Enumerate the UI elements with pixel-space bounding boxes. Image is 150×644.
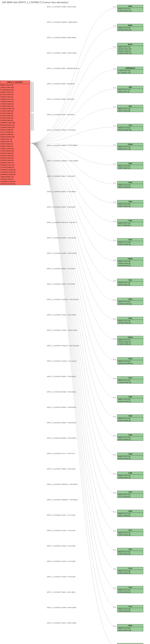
ref-table-header: TVKS (117, 358, 143, 360)
cardinality-right: 0..N (113, 87, 116, 88)
relation-label: DPWTY_S_CONTRACT-WAERKX = TCURC-WAERS (47, 160, 78, 162)
ref-table-header: TVKO (117, 317, 143, 320)
ref-field: MANDT [CLNT (3)] (117, 570, 143, 572)
cardinality-left: {0,1} (31, 125, 34, 126)
relation-label: DPWTY_S_CONTRACT-PRODH = T179-PRODH (47, 129, 76, 131)
ref-field: MATKL [CHAR (9)] (117, 110, 143, 112)
ref-table-header: TVBVK (117, 258, 143, 260)
cardinality-right: 0..N (113, 358, 116, 360)
cardinality-left: {0,1} (31, 109, 34, 110)
relation-label: DPWTY_S_CONTRACT-CHARG = MCHA-CHARG (47, 52, 77, 54)
cardinality-right: 0..N (113, 435, 116, 436)
ref-table: TVAUMANDT [CLNT (3)]AUGRU [CHAR (3)] (117, 238, 143, 246)
relation-label: DPWTY_S_CONTRACT-PSTYV = TVPT-PSTYV (47, 453, 75, 454)
relation-label: DPWTY_S_CONTRACT-FAKSK = TVFS-FAKSP (47, 268, 75, 270)
cardinality-left: {0,1} (31, 115, 34, 116)
relation-label: DPWTY_S_CONTRACT-VKGRP = TVBVK-VKGRP (47, 252, 77, 254)
relation-label: DPWTY_S_CONTRACT-MATWA = MARA-MATNR (47, 37, 76, 38)
ref-table: MCHAMANDT [CLNT (3)]MATNR [CHAR (18)]WER… (117, 43, 143, 54)
ref-table: TVBVKMANDT [CLNT (3)]VKBUR [CHAR (4)]VKG… (117, 257, 143, 266)
main-field: KVGR3 [CHAR (3)] (0, 114, 30, 117)
ref-field: MANDT [CLNT (3)] (117, 203, 143, 205)
relation-label: DPWTY_S_CONTRACT-ZIEME = T006-MSEHI (47, 98, 75, 100)
cardinality-left: {0,1} (31, 104, 34, 105)
main-field: KVGR5 [CHAR (3)] (0, 119, 30, 122)
main-field: MATWA [CHAR (18)] (0, 124, 30, 126)
ref-field: SPART [CHAR (2)] (117, 167, 143, 169)
main-field: FAKSK [CHAR (2)] (0, 96, 30, 98)
relation-label: DPWTY_S_CONTRACT-VAKTSCH = TVAS-AKTVT (47, 222, 77, 223)
ref-field: WI_ID [NUMC (12)] (117, 72, 143, 74)
relation-label: DPWTY_S_CONTRACT-VGPOS = VBUP-POSNR (47, 622, 76, 624)
ref-field: MANDT [CLNT (3)] (117, 46, 143, 48)
ref-table: T023MANDT [CLNT (3)]MATKL [CHAR (9)] (117, 105, 143, 112)
main-field: PRODH [CHAR (18)] (0, 136, 30, 138)
ref-field: MANDT [CLNT (3)] (117, 456, 143, 458)
main-field: VTWEG [CHAR (2)] (0, 103, 30, 105)
main-field: VASDR [CHAR (2)] (0, 178, 30, 180)
main-field: WAERK [CUKY (5)] (0, 98, 30, 100)
main-field: VKUEGRU [CHAR (2)] (0, 171, 30, 173)
ref-field: MANDT [CLNT (3)] (117, 165, 143, 167)
ref-field: MVGR3 [CHAR (3)] (117, 438, 143, 440)
ref-field: VKORG [CHAR (4)] (117, 341, 143, 343)
ref-field: KVGR2 [CHAR (3)] (117, 553, 143, 555)
main-field: MANDT [CLNT (3)] (0, 84, 30, 86)
cardinality-right: 0..N (113, 549, 116, 551)
cardinality-right: 0..N (113, 568, 116, 570)
ref-field: KVGR5 [CHAR (3)] (117, 610, 143, 612)
ref-table-header: VBUK (117, 624, 143, 627)
ref-table-header: MCHA (117, 43, 143, 46)
cardinality-right: 0..N (113, 106, 116, 108)
relation-label: DPWTY_S_CONTRACT-WIMID = SWWWIHEAD-WI_ID (47, 68, 79, 69)
ref-table-header: TVAS (117, 219, 143, 222)
relation-label: DPWTY_S_CONTRACT-VTWEG = TVKOV-VTWEG (47, 330, 77, 331)
relation-label: DPWTY_S_CONTRACT-KVGR4 = TVV4-KVGR4 (47, 561, 75, 562)
ref-table-header: TSPA (117, 162, 143, 165)
ref-table-header: TVKG (117, 298, 143, 301)
ref-field: MANDT [CLNT (3)] (117, 494, 143, 496)
cardinality-right: 0..N (113, 240, 116, 241)
main-table-header: DPWTY_S_CONTRACT (0, 81, 30, 84)
ref-table-header: TVKOV (117, 336, 143, 339)
main-field: ZIEME [UNIT (3)] (0, 138, 30, 140)
relation-label: DPWTY_S_CONTRACT-POSNR = VBUP-POSNR (47, 607, 76, 608)
main-field: KUNNR [CHAR (10)] (0, 108, 30, 110)
ref-field: MATNR [CHAR (18)] (117, 48, 143, 50)
relation-label: DPWTY_S_CONTRACT-VENDREG = TVRG-REGEL (47, 499, 78, 500)
ref-field: KUNNR [CHAR (10)] (117, 10, 143, 12)
cardinality-right: 0..N (113, 338, 116, 340)
cardinality-right: 0..N (113, 144, 116, 146)
cardinality-left: {0,1} (31, 108, 34, 109)
ref-table: TVM1MANDT [CLNT (3)]MVGR1 [CHAR (3)] (117, 396, 143, 402)
main-field: MVGR1 [CHAR (3)] (0, 152, 30, 154)
cardinality-right: 0..N (113, 473, 116, 474)
cardinality-left: {0,1} (31, 93, 34, 95)
ref-field: MVGR1 [CHAR (3)] (117, 400, 143, 402)
ref-field: MANDT [CLNT (3)] (117, 627, 143, 629)
ref-table: TVAKMANDT [CLNT (3)]AUART [CHAR (4)] (117, 200, 143, 207)
cardinality-left: {0,1} (31, 118, 34, 119)
relation-label: DPWTY_S_CONTRACT-VKUEGRU = TVKG-KUEGRU (47, 299, 79, 300)
cardinality-left: {0,1} (31, 126, 34, 128)
relation-label: DPWTY_S_CONTRACT-MVGR1 = TVM1-MVGR1 (47, 376, 76, 377)
ref-table: TVM3MANDT [CLNT (3)]MVGR3 [CHAR (3)] (117, 434, 143, 441)
ref-field: MANDT [CLNT (3)] (117, 360, 143, 362)
ref-field: MANDT [CLNT (3)] (117, 474, 143, 477)
ref-field: MANDT [CLNT (3)] (117, 417, 143, 420)
cardinality-right: 0..N (113, 6, 116, 8)
ref-table: TVFSMANDT [CLNT (3)]FAKSP [CHAR (2)] (117, 279, 143, 286)
cardinality-right: 0..N (113, 318, 116, 320)
cardinality-right: 0..N (113, 511, 116, 512)
ref-field: VBELN [CHAR (10)] (117, 629, 143, 631)
main-field: VKORG [CHAR (4)] (0, 100, 30, 103)
ref-field: MANDT [CLNT (3)] (117, 532, 143, 534)
ref-field: MSEHI [UNIT (3)] (117, 91, 143, 93)
ref-field: MVGR4 [CHAR (3)] (117, 458, 143, 460)
relation-label: DPWTY_S_CONTRACT-SPART = TSPA-SPART (47, 176, 75, 177)
cardinality-right: 0..N (113, 46, 116, 48)
ref-field: ABGRU [CHAR (2)] (117, 186, 143, 188)
cardinality-left: {0,1} (31, 122, 34, 124)
cardinality-left: {0,1} (31, 92, 34, 93)
ref-field: MANDT [CLNT (3)] (117, 146, 143, 148)
